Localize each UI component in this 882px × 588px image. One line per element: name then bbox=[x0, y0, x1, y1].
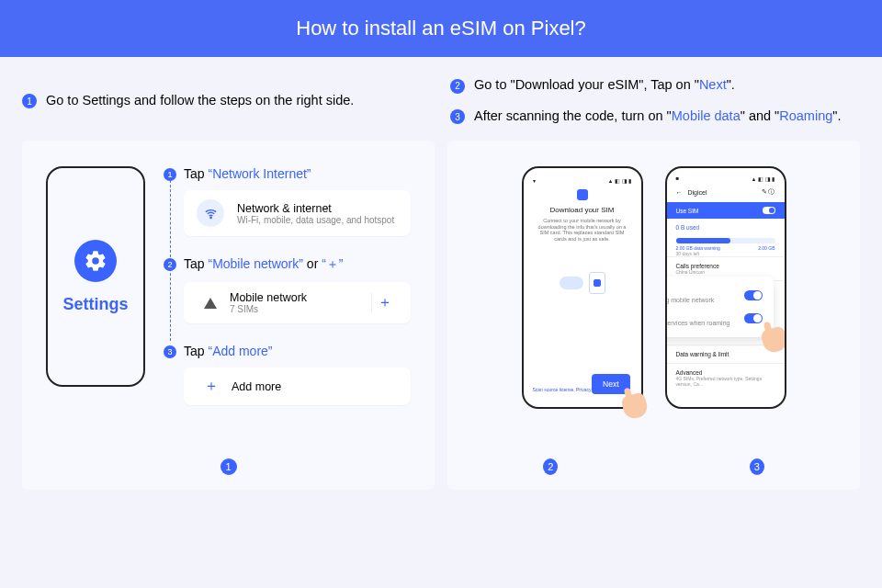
panel-foot-badge-3: 3 bbox=[750, 458, 764, 475]
settings-phone: Settings bbox=[46, 166, 145, 387]
sim-illustration bbox=[533, 258, 632, 308]
card-title: Network & internet bbox=[237, 202, 394, 215]
highlight-roaming: Roaming bbox=[779, 108, 832, 123]
phone-carrier-settings: ■▲ ◧ ◨ ▮ Digicel✎ ⓘ Use SIM 0 B used 2.0… bbox=[665, 166, 786, 409]
sim-icon bbox=[589, 272, 605, 294]
step-badge-3: 3 bbox=[450, 109, 465, 124]
panel-1: Settings 1 Tap “Network Internet” Networ… bbox=[22, 141, 435, 490]
card-mobile-network[interactable]: Mobile network 7 SIMs ＋ bbox=[184, 282, 411, 323]
card-title: Mobile network bbox=[230, 291, 307, 304]
card-add-more[interactable]: ＋ Add more bbox=[184, 368, 411, 405]
overlay-toggles: Mobile dataAccess data using mobile netw… bbox=[665, 277, 774, 337]
substep-2-caption: Tap “Mobile network” or “＋” bbox=[184, 256, 411, 273]
card-subtitle: 7 SIMs bbox=[230, 304, 307, 314]
card-network-internet[interactable]: Network & internet Wi-Fi, mobile, data u… bbox=[184, 190, 411, 236]
panel-foot-badge-2: 2 bbox=[543, 458, 558, 475]
plus-icon: ＋ bbox=[204, 377, 219, 396]
toggle-roaming[interactable]: RoamingConnect to data services when roa… bbox=[665, 307, 763, 330]
intro-step-1: 1 Go to Settings and follow the steps on… bbox=[22, 93, 432, 109]
lock-icon bbox=[577, 189, 588, 200]
substep-1-caption: Tap “Network Internet” bbox=[184, 166, 411, 181]
cloud-icon bbox=[560, 277, 583, 289]
signal-icon bbox=[204, 298, 217, 309]
panel-2: ▾▲ ◧ ◨ ▮ Download your SIM Connect to yo… bbox=[447, 141, 860, 490]
intro-step-2-text: Go to "Download your eSIM", Tap on "Next… bbox=[474, 77, 735, 92]
data-gauge bbox=[676, 238, 775, 243]
download-sim-body: Connect to your mobile network by downlo… bbox=[533, 218, 632, 242]
use-sim-toggle[interactable] bbox=[763, 207, 775, 214]
step-badge-2: 2 bbox=[450, 79, 465, 94]
panel-foot-badge-1: 1 bbox=[220, 458, 237, 475]
toggle-mobile-data[interactable]: Mobile dataAccess data using mobile netw… bbox=[665, 284, 763, 307]
substep-2: 2 Tap “Mobile network” or “＋” Mobile net… bbox=[164, 256, 411, 323]
use-sim-row[interactable]: Use SIM bbox=[667, 202, 785, 219]
intro-row: 1 Go to Settings and follow the steps on… bbox=[0, 57, 882, 133]
gear-icon bbox=[74, 240, 117, 282]
substep-badge-2: 2 bbox=[164, 258, 176, 271]
substep-3: 3 Tap “Add more” ＋ Add more bbox=[164, 344, 411, 405]
roaming-switch[interactable] bbox=[744, 313, 763, 323]
intro-step-1-text: Go to Settings and follow the steps on t… bbox=[46, 93, 354, 107]
substep-3-caption: Tap “Add more” bbox=[184, 344, 411, 358]
highlight-next: Next bbox=[699, 77, 727, 92]
panels: Settings 1 Tap “Network Internet” Networ… bbox=[0, 133, 882, 512]
intro-step-2: 2 Go to "Download your eSIM", Tap on "Ne… bbox=[450, 77, 860, 94]
substep-badge-3: 3 bbox=[164, 345, 176, 358]
download-sim-title: Download your SIM bbox=[533, 206, 632, 214]
step-badge-1: 1 bbox=[22, 94, 37, 108]
settings-label: Settings bbox=[62, 295, 128, 314]
title-text: How to install an eSIM on Pixel? bbox=[296, 17, 586, 40]
carrier-title: Digicel✎ ⓘ bbox=[667, 186, 785, 198]
highlight-mobile-data: Mobile data bbox=[672, 108, 741, 123]
row-advanced[interactable]: Advanced4G SIMs, Preferred network type,… bbox=[667, 363, 785, 392]
svg-point-0 bbox=[209, 217, 210, 218]
intro-step-3: 3 After scanning the code, turn on "Mobi… bbox=[450, 108, 860, 125]
substep-badge-1: 1 bbox=[164, 168, 176, 181]
plus-icon[interactable]: ＋ bbox=[371, 293, 398, 312]
card-subtitle: Wi-Fi, mobile, data usage, and hotspot bbox=[237, 215, 394, 225]
phone-download-sim: ▾▲ ◧ ◨ ▮ Download your SIM Connect to yo… bbox=[522, 166, 643, 409]
intro-step-3-text: After scanning the code, turn on "Mobile… bbox=[474, 108, 841, 123]
wifi-icon bbox=[197, 199, 224, 227]
pointer-hand-icon bbox=[620, 391, 650, 421]
page-title: How to install an eSIM on Pixel? bbox=[0, 0, 882, 57]
mobile-data-switch[interactable] bbox=[744, 290, 763, 300]
card-title: Add more bbox=[232, 380, 281, 393]
data-used: 0 B used bbox=[667, 219, 785, 231]
substep-1: 1 Tap “Network Internet” Network & inter… bbox=[164, 166, 411, 236]
